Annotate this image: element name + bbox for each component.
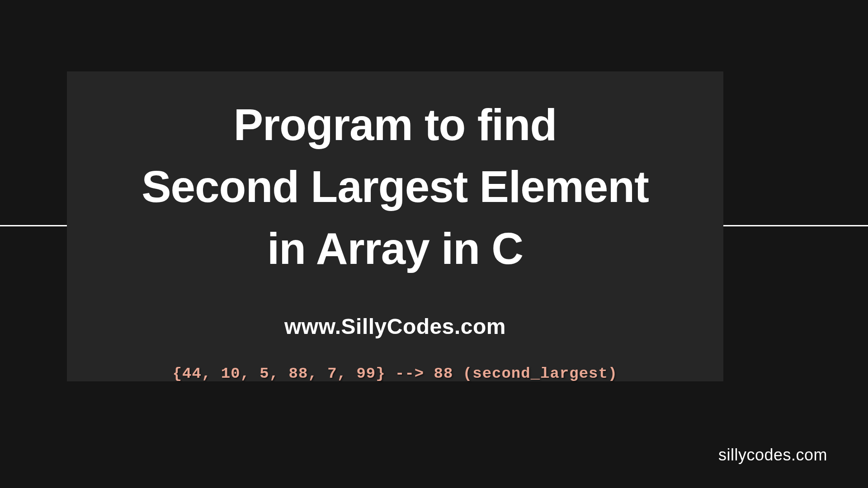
footer-text: sillycodes.com bbox=[718, 446, 827, 465]
title-line-3: in Array in C bbox=[142, 218, 649, 280]
title-line-2: Second Largest Element bbox=[142, 156, 649, 218]
code-example: {44, 10, 5, 88, 7, 99} --> 88 (second_la… bbox=[173, 365, 618, 382]
website-url: www.SillyCodes.com bbox=[284, 314, 506, 339]
decorative-line-left bbox=[0, 225, 67, 226]
content-card: Program to find Second Largest Element i… bbox=[67, 71, 723, 381]
main-title: Program to find Second Largest Element i… bbox=[142, 94, 649, 280]
title-line-1: Program to find bbox=[142, 94, 649, 156]
decorative-line-right bbox=[723, 225, 868, 226]
